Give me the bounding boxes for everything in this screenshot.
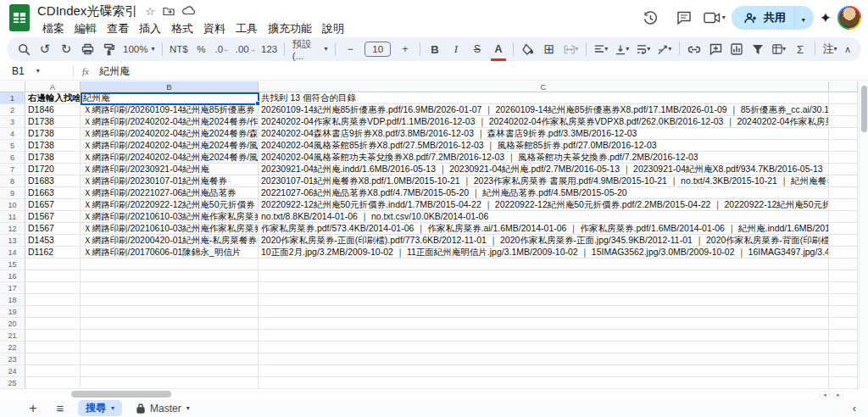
- strikethrough-button[interactable]: S: [470, 40, 484, 58]
- cell-D18[interactable]: [829, 294, 858, 306]
- cell-C16[interactable]: [259, 270, 829, 282]
- cloud-status-icon[interactable]: [182, 6, 195, 17]
- row-header-25[interactable]: 25: [0, 377, 25, 388]
- sheet-tab-Master[interactable]: Master▾: [129, 400, 198, 416]
- cell-D6[interactable]: [829, 152, 858, 164]
- menu-item[interactable]: 說明: [317, 20, 349, 37]
- cell-B3[interactable]: Ｘ網路印刷/20240202-04紀州庵2024餐券/作家私房菜券VDP: [81, 116, 259, 128]
- cell-A2[interactable]: D1846: [25, 104, 81, 116]
- text-wrap-icon[interactable]: ▾: [637, 40, 650, 58]
- menu-item[interactable]: 插入: [134, 20, 166, 37]
- format-currency-button[interactable]: NT$: [170, 40, 186, 58]
- row-header-15[interactable]: 15: [0, 259, 25, 270]
- vertical-scrollbar-thumb[interactable]: [861, 86, 867, 132]
- cell-D1[interactable]: [829, 92, 858, 104]
- cell-A17[interactable]: [25, 282, 81, 294]
- move-folder-icon[interactable]: [163, 6, 175, 18]
- side-panel-collapse-icon[interactable]: ‹: [853, 399, 856, 417]
- cell-B9[interactable]: Ｘ網路印刷/20221027-06紀州庵品茗券: [81, 187, 259, 199]
- cell-B23[interactable]: [81, 353, 259, 365]
- cell-A22[interactable]: [25, 342, 81, 353]
- cell-B14[interactable]: Ｘ網路印刷/20170606-01陳錦永_明信片: [81, 247, 259, 259]
- cell-D4[interactable]: [829, 128, 858, 140]
- cell-C5[interactable]: 20240202-04風格茶館85折券X8.pdf/27.5MB/2016-12…: [259, 140, 829, 152]
- row-header-5[interactable]: 5: [0, 140, 25, 152]
- row-header-13[interactable]: 13: [0, 235, 25, 247]
- cell-C14[interactable]: 10正面2月.jpg/3.2MB/2009-10-02 ｜ 11正面紀州庵明信片…: [259, 247, 829, 259]
- cell-C13[interactable]: 2020作家私房菜券-正面(印刷檔).pdf/773.6KB/2012-11-0…: [259, 235, 829, 247]
- cell-B5[interactable]: Ｘ網路印刷/20240202-04紀州庵2024餐券/風格茶館85折券: [81, 140, 259, 152]
- cell-A23[interactable]: [25, 353, 81, 365]
- create-filter-icon[interactable]: [751, 40, 765, 58]
- cell-B4[interactable]: Ｘ網路印刷/20240202-04紀州庵2024餐券/森林書店9折券: [81, 128, 259, 140]
- cell-C1[interactable]: 共找到 13 個符合的目錄: [259, 92, 829, 104]
- cell-A18[interactable]: [25, 294, 81, 306]
- zoom-select[interactable]: 100% ▾: [123, 44, 154, 54]
- cell-D20[interactable]: [829, 318, 858, 330]
- cell-B2[interactable]: Ｘ網路印刷/20260109-14紀州庵85折優惠券: [81, 104, 259, 116]
- menu-item[interactable]: 工具: [231, 20, 263, 37]
- insert-comment-icon[interactable]: [709, 40, 722, 58]
- cell-D5[interactable]: [829, 140, 858, 152]
- cell-C9[interactable]: 20221027-06紀州庵品茗券X8.pdf/4.7MB/2015-05-20…: [259, 187, 829, 199]
- comment-history-icon[interactable]: [670, 4, 698, 31]
- sheet-tab-搜尋[interactable]: 搜尋▾: [78, 400, 122, 416]
- cell-A3[interactable]: D1738: [25, 116, 81, 128]
- row-header-11[interactable]: 11: [0, 211, 25, 223]
- cell-A14[interactable]: D1162: [25, 247, 81, 259]
- sheet-tab-caret-icon[interactable]: ▾: [186, 405, 190, 412]
- decrease-font-size-button[interactable]: −: [343, 40, 357, 58]
- cell-B8[interactable]: Ｘ網路印刷/20230107-01紀州庵餐券: [81, 175, 259, 187]
- column-header-C[interactable]: C: [259, 81, 829, 92]
- cell-D12[interactable]: [829, 223, 858, 235]
- row-header-12[interactable]: 12: [0, 223, 25, 235]
- cell-D10[interactable]: [829, 199, 858, 211]
- cell-B15[interactable]: [81, 259, 259, 270]
- row-header-14[interactable]: 14: [0, 247, 25, 259]
- row-header-8[interactable]: 8: [0, 175, 25, 187]
- cell-C25[interactable]: [259, 377, 829, 388]
- cell-A19[interactable]: [25, 306, 81, 318]
- search-icon[interactable]: [17, 40, 31, 58]
- cell-D17[interactable]: [829, 282, 858, 294]
- row-header-23[interactable]: 23: [0, 353, 25, 365]
- cell-B13[interactable]: Ｘ網路印刷/20200420-01紀州庵-私房菜餐券: [81, 235, 259, 247]
- paint-format-icon[interactable]: [102, 40, 115, 58]
- cell-D16[interactable]: [829, 270, 858, 282]
- fill-color-icon[interactable]: [521, 40, 535, 58]
- cell-A21[interactable]: [25, 330, 81, 342]
- document-title[interactable]: CDIndex光碟索引: [37, 3, 137, 19]
- cell-D19[interactable]: [829, 306, 858, 318]
- row-header-21[interactable]: 21: [0, 330, 25, 342]
- cell-B6[interactable]: Ｘ網路印刷/20240202-04紀州庵2024餐券/風格茶館功夫茶兌換券: [81, 152, 259, 164]
- print-icon[interactable]: [81, 40, 94, 58]
- cell-A16[interactable]: [25, 270, 81, 282]
- scroll-left-icon[interactable]: ◄: [820, 391, 830, 398]
- row-header-20[interactable]: 20: [0, 318, 25, 330]
- cell-C7[interactable]: 20230921-04紀州庵.indd/1.6MB/2016-05-13 ｜ 2…: [259, 164, 829, 175]
- cell-B1[interactable]: 紀州庵: [81, 92, 259, 104]
- text-rotate-icon[interactable]: ▾: [658, 40, 671, 58]
- cell-B20[interactable]: [81, 318, 259, 330]
- scroll-right-icon[interactable]: ►: [833, 391, 843, 398]
- all-sheets-menu-icon[interactable]: ≡: [51, 401, 70, 415]
- row-header-24[interactable]: 24: [0, 365, 25, 377]
- column-header-A[interactable]: A: [25, 81, 81, 92]
- row-header-19[interactable]: 19: [0, 306, 25, 318]
- cell-C3[interactable]: 20240202-04作家私房菜券VDP.pdf/1.1MB/2016-12-0…: [259, 116, 829, 128]
- cell-D15[interactable]: [829, 259, 858, 270]
- more-formats-button[interactable]: 123: [262, 40, 276, 58]
- borders-icon[interactable]: ⊞: [542, 40, 556, 58]
- share-caret-icon[interactable]: ▾: [802, 16, 805, 24]
- present-to-meet-button[interactable]: ▾: [704, 12, 726, 24]
- cell-C11[interactable]: no.txt/8.8KB/2014-01-06 ｜ no.txt.csv/10.…: [259, 211, 829, 223]
- vertical-align-icon[interactable]: ▾: [615, 40, 629, 58]
- bold-button[interactable]: B: [428, 40, 442, 58]
- undo-icon[interactable]: ↺: [38, 40, 52, 58]
- increase-decimal-button[interactable]: .00→: [236, 40, 254, 58]
- cell-C10[interactable]: 20220922-12紀州庵50元折價券.indd/1.7MB/2015-04-…: [259, 199, 829, 211]
- insert-link-icon[interactable]: [687, 40, 701, 58]
- row-header-9[interactable]: 9: [0, 187, 25, 199]
- insert-chart-icon[interactable]: [730, 40, 743, 58]
- cell-B21[interactable]: [81, 330, 259, 342]
